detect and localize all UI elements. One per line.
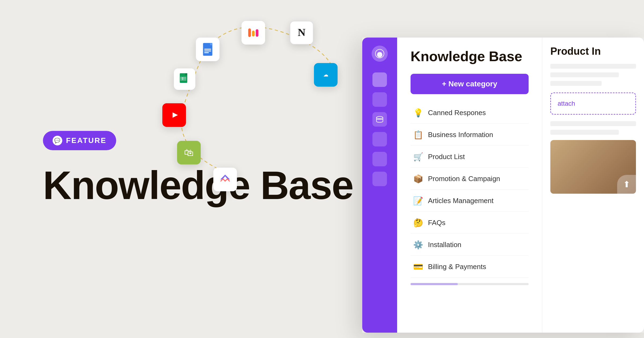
feature-badge: 💬 FEATURE xyxy=(43,131,116,150)
category-list: 💡 Canned Respones 📋 Business Information… xyxy=(411,102,529,278)
sidebar-item-5[interactable] xyxy=(372,172,387,186)
detail-line-1 xyxy=(550,64,636,69)
svg-point-21 xyxy=(376,116,383,119)
detail-panel-title: Product In xyxy=(550,46,636,57)
svg-text:🛍: 🛍 xyxy=(184,147,194,158)
faqs-emoji: 🤔 xyxy=(413,218,423,227)
kb-panel-title: Knowledge Base xyxy=(411,48,529,64)
svg-rect-3 xyxy=(204,50,211,51)
svg-rect-9 xyxy=(180,78,186,79)
detail-line-4 xyxy=(550,121,636,126)
canned-emoji: 💡 xyxy=(413,108,423,117)
new-category-button[interactable]: + New category xyxy=(411,74,529,94)
make-icon xyxy=(241,21,265,45)
svg-point-20 xyxy=(380,52,382,54)
promotion-emoji: 📦 xyxy=(413,174,423,183)
articles-emoji: 📝 xyxy=(413,196,423,205)
clickup-icon xyxy=(213,168,237,191)
product-label: Product List xyxy=(428,153,465,161)
category-item-billing[interactable]: 💳 Billing & Payments xyxy=(411,256,529,278)
svg-point-19 xyxy=(378,52,379,54)
category-item-faqs[interactable]: 🤔 FAQs xyxy=(411,212,529,234)
google-docs-icon xyxy=(196,38,219,61)
sidebar-item-3[interactable] xyxy=(372,132,387,146)
canned-label: Canned Respones xyxy=(428,109,486,117)
svg-point-18 xyxy=(377,52,382,57)
svg-rect-4 xyxy=(204,52,209,53)
svg-rect-2 xyxy=(204,49,211,50)
detail-line-2 xyxy=(550,72,619,77)
detail-lines-bottom xyxy=(550,121,636,135)
category-item-product[interactable]: 🛒 Product List xyxy=(411,146,529,168)
billing-label: Billing & Payments xyxy=(428,263,486,271)
category-item-installation[interactable]: ⚙️ Installation xyxy=(411,234,529,256)
app-sidebar xyxy=(362,38,397,333)
badge-icon: 💬 xyxy=(53,136,62,145)
sidebar-item-db[interactable] xyxy=(372,112,387,127)
integrations-area: 🛍 N ☁ xyxy=(156,8,357,201)
svg-rect-5 xyxy=(210,43,213,45)
scroll-indicator xyxy=(411,283,529,285)
installation-emoji: ⚙️ xyxy=(413,240,423,249)
notion-icon: N xyxy=(290,21,313,45)
detail-img-icon: ⬆ xyxy=(617,175,636,194)
knowledge-base-panel: Knowledge Base + New category 💡 Canned R… xyxy=(362,38,644,333)
svg-rect-8 xyxy=(180,77,186,78)
sidebar-item-4[interactable] xyxy=(372,152,387,166)
installation-label: Installation xyxy=(428,241,461,249)
svg-marker-12 xyxy=(173,112,178,118)
sidebar-item-2[interactable] xyxy=(372,92,387,107)
scroll-thumb xyxy=(411,283,458,285)
svg-text:N: N xyxy=(298,26,306,38)
category-item-business[interactable]: 📋 Business Information xyxy=(411,124,529,146)
badge-label: FEATURE xyxy=(66,136,107,145)
sidebar-logo xyxy=(372,46,388,62)
google-sheets-icon xyxy=(174,68,195,90)
youtube-icon xyxy=(162,103,186,127)
detail-image: ⬆ xyxy=(550,140,636,194)
sidebar-item-1[interactable] xyxy=(372,72,387,87)
category-item-canned[interactable]: 💡 Canned Respones xyxy=(411,102,529,124)
category-item-promotion[interactable]: 📦 Promotion & Campaign xyxy=(411,168,529,190)
billing-emoji: 💳 xyxy=(413,262,423,271)
attach-label: attach xyxy=(558,100,575,107)
category-item-articles[interactable]: 📝 Articles Management xyxy=(411,190,529,212)
faqs-label: FAQs xyxy=(428,219,445,227)
business-emoji: 📋 xyxy=(413,130,423,139)
salesforce-icon: ☁ xyxy=(314,63,338,87)
svg-text:☁: ☁ xyxy=(323,72,328,78)
product-emoji: 🛒 xyxy=(413,152,423,161)
detail-line-5 xyxy=(550,130,619,135)
shopify-icon: 🛍 xyxy=(177,141,201,164)
svg-rect-10 xyxy=(180,80,186,80)
attach-box[interactable]: attach xyxy=(550,93,636,115)
svg-rect-11 xyxy=(182,77,183,80)
promotion-label: Promotion & Campaign xyxy=(428,175,500,183)
svg-rect-7 xyxy=(185,73,187,75)
detail-line-3 xyxy=(550,81,602,86)
kb-main-content: Knowledge Base + New category 💡 Canned R… xyxy=(397,38,542,333)
detail-panel: Product In attach ⬆ xyxy=(542,38,644,333)
business-label: Business Information xyxy=(428,131,493,139)
articles-label: Articles Management xyxy=(428,197,493,205)
